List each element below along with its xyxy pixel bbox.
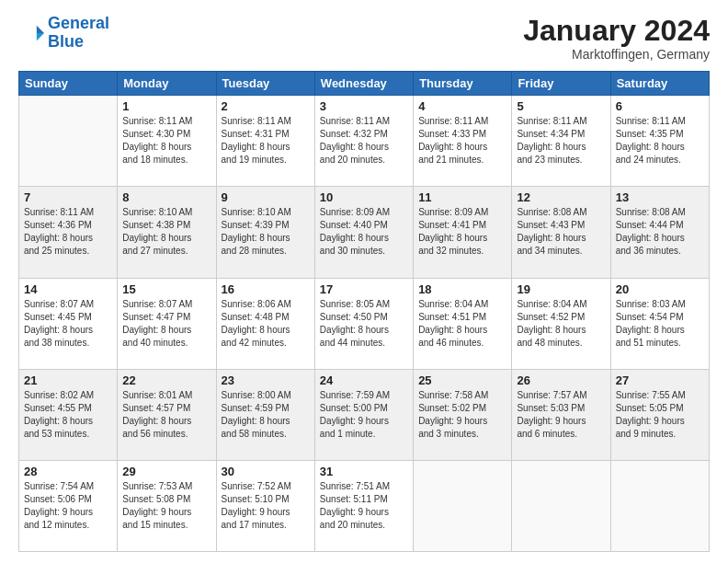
calendar-row-1: 1Sunrise: 8:11 AMSunset: 4:30 PMDaylight…: [19, 96, 710, 187]
day-info: Sunrise: 8:09 AMSunset: 4:40 PMDaylight:…: [320, 206, 408, 258]
day-info: Sunrise: 8:08 AMSunset: 4:43 PMDaylight:…: [517, 206, 605, 258]
day-info: Sunrise: 8:10 AMSunset: 4:39 PMDaylight:…: [222, 206, 310, 258]
day-info: Sunrise: 7:51 AMSunset: 5:11 PMDaylight:…: [320, 480, 408, 532]
calendar-cell: 11Sunrise: 8:09 AMSunset: 4:41 PMDayligh…: [414, 187, 512, 278]
day-number: 19: [517, 282, 605, 296]
calendar-row-2: 7Sunrise: 8:11 AMSunset: 4:36 PMDaylight…: [19, 187, 710, 278]
logo-text: General Blue: [48, 15, 109, 52]
calendar-cell: 17Sunrise: 8:05 AMSunset: 4:50 PMDayligh…: [314, 278, 413, 369]
weekday-header-sunday: Sunday: [19, 72, 118, 96]
day-info: Sunrise: 8:03 AMSunset: 4:54 PMDaylight:…: [616, 298, 704, 350]
calendar-cell: 1Sunrise: 8:11 AMSunset: 4:30 PMDaylight…: [118, 96, 216, 187]
day-info: Sunrise: 8:04 AMSunset: 4:51 PMDaylight:…: [418, 298, 506, 350]
calendar-cell: 21Sunrise: 8:02 AMSunset: 4:55 PMDayligh…: [19, 369, 118, 460]
day-number: 10: [320, 190, 408, 204]
calendar-cell: 10Sunrise: 8:09 AMSunset: 4:40 PMDayligh…: [314, 187, 413, 278]
day-number: 2: [222, 99, 310, 113]
svg-marker-0: [37, 25, 44, 32]
svg-marker-1: [37, 33, 44, 40]
day-number: 15: [122, 282, 210, 296]
day-info: Sunrise: 8:10 AMSunset: 4:38 PMDaylight:…: [122, 206, 210, 258]
calendar-cell: 30Sunrise: 7:52 AMSunset: 5:10 PMDayligh…: [216, 460, 314, 551]
day-info: Sunrise: 8:01 AMSunset: 4:57 PMDaylight:…: [122, 389, 210, 441]
day-info: Sunrise: 8:07 AMSunset: 4:47 PMDaylight:…: [122, 298, 210, 350]
calendar-cell: 24Sunrise: 7:59 AMSunset: 5:00 PMDayligh…: [314, 369, 413, 460]
day-number: 7: [24, 190, 112, 204]
calendar-cell: 8Sunrise: 8:10 AMSunset: 4:38 PMDaylight…: [118, 187, 216, 278]
calendar-row-4: 21Sunrise: 8:02 AMSunset: 4:55 PMDayligh…: [19, 369, 710, 460]
calendar-cell: 6Sunrise: 8:11 AMSunset: 4:35 PMDaylight…: [610, 96, 709, 187]
day-number: 25: [418, 373, 506, 387]
day-info: Sunrise: 7:58 AMSunset: 5:02 PMDaylight:…: [418, 389, 506, 441]
day-info: Sunrise: 7:57 AMSunset: 5:03 PMDaylight:…: [517, 389, 605, 441]
calendar-cell: [512, 460, 610, 551]
calendar-cell: 9Sunrise: 8:10 AMSunset: 4:39 PMDaylight…: [216, 187, 314, 278]
day-info: Sunrise: 8:06 AMSunset: 4:48 PMDaylight:…: [222, 298, 310, 350]
logo: General Blue: [18, 15, 109, 52]
day-number: 26: [517, 373, 605, 387]
weekday-header-monday: Monday: [118, 72, 216, 96]
logo-icon: [18, 20, 44, 46]
svg-rect-2: [18, 25, 37, 40]
logo-line1: General: [48, 14, 109, 32]
day-info: Sunrise: 7:53 AMSunset: 5:08 PMDaylight:…: [122, 480, 210, 532]
day-number: 6: [616, 99, 704, 113]
calendar-cell: 5Sunrise: 8:11 AMSunset: 4:34 PMDaylight…: [512, 96, 610, 187]
day-number: 31: [320, 465, 408, 478]
calendar-cell: 13Sunrise: 8:08 AMSunset: 4:44 PMDayligh…: [610, 187, 709, 278]
day-number: 17: [320, 282, 408, 296]
calendar-cell: 3Sunrise: 8:11 AMSunset: 4:32 PMDaylight…: [314, 96, 413, 187]
day-info: Sunrise: 8:09 AMSunset: 4:41 PMDaylight:…: [418, 206, 506, 258]
calendar-cell: 14Sunrise: 8:07 AMSunset: 4:45 PMDayligh…: [19, 278, 118, 369]
calendar-cell: 25Sunrise: 7:58 AMSunset: 5:02 PMDayligh…: [414, 369, 512, 460]
day-number: 12: [517, 190, 605, 204]
month-title: January 2024: [523, 15, 710, 47]
day-info: Sunrise: 8:02 AMSunset: 4:55 PMDaylight:…: [24, 389, 112, 441]
day-number: 23: [222, 373, 310, 387]
calendar-row-5: 28Sunrise: 7:54 AMSunset: 5:06 PMDayligh…: [19, 460, 710, 551]
day-number: 18: [418, 282, 506, 296]
day-info: Sunrise: 8:05 AMSunset: 4:50 PMDaylight:…: [320, 298, 408, 350]
calendar-cell: 23Sunrise: 8:00 AMSunset: 4:59 PMDayligh…: [216, 369, 314, 460]
day-info: Sunrise: 8:11 AMSunset: 4:34 PMDaylight:…: [517, 115, 605, 167]
weekday-header-thursday: Thursday: [414, 72, 512, 96]
day-info: Sunrise: 8:07 AMSunset: 4:45 PMDaylight:…: [24, 298, 112, 350]
location: Marktoffingen, Germany: [523, 47, 710, 62]
day-number: 8: [122, 190, 210, 204]
calendar-cell: 20Sunrise: 8:03 AMSunset: 4:54 PMDayligh…: [610, 278, 709, 369]
day-number: 20: [616, 282, 704, 296]
day-number: 11: [418, 190, 506, 204]
calendar-cell: 12Sunrise: 8:08 AMSunset: 4:43 PMDayligh…: [512, 187, 610, 278]
calendar-cell: [19, 96, 118, 187]
calendar-table: SundayMondayTuesdayWednesdayThursdayFrid…: [18, 71, 710, 552]
calendar-cell: 2Sunrise: 8:11 AMSunset: 4:31 PMDaylight…: [216, 96, 314, 187]
day-number: 4: [418, 99, 506, 113]
header-row: SundayMondayTuesdayWednesdayThursdayFrid…: [19, 72, 710, 96]
calendar-cell: 4Sunrise: 8:11 AMSunset: 4:33 PMDaylight…: [414, 96, 512, 187]
day-info: Sunrise: 8:11 AMSunset: 4:36 PMDaylight:…: [24, 206, 112, 258]
day-info: Sunrise: 8:08 AMSunset: 4:44 PMDaylight:…: [616, 206, 704, 258]
header: General Blue January 2024 Marktoffingen,…: [18, 15, 710, 62]
weekday-header-friday: Friday: [512, 72, 610, 96]
calendar-cell: 28Sunrise: 7:54 AMSunset: 5:06 PMDayligh…: [19, 460, 118, 551]
calendar-cell: 31Sunrise: 7:51 AMSunset: 5:11 PMDayligh…: [314, 460, 413, 551]
calendar-row-3: 14Sunrise: 8:07 AMSunset: 4:45 PMDayligh…: [19, 278, 710, 369]
calendar-cell: 16Sunrise: 8:06 AMSunset: 4:48 PMDayligh…: [216, 278, 314, 369]
calendar-cell: 15Sunrise: 8:07 AMSunset: 4:47 PMDayligh…: [118, 278, 216, 369]
day-number: 22: [122, 373, 210, 387]
day-number: 16: [222, 282, 310, 296]
day-number: 24: [320, 373, 408, 387]
day-info: Sunrise: 8:11 AMSunset: 4:30 PMDaylight:…: [122, 115, 210, 167]
calendar-cell: 18Sunrise: 8:04 AMSunset: 4:51 PMDayligh…: [414, 278, 512, 369]
calendar-cell: 26Sunrise: 7:57 AMSunset: 5:03 PMDayligh…: [512, 369, 610, 460]
day-number: 14: [24, 282, 112, 296]
logo-line2: Blue: [48, 33, 109, 52]
day-number: 28: [24, 465, 112, 478]
day-info: Sunrise: 8:00 AMSunset: 4:59 PMDaylight:…: [222, 389, 310, 441]
day-number: 21: [24, 373, 112, 387]
calendar-cell: [414, 460, 512, 551]
day-info: Sunrise: 7:59 AMSunset: 5:00 PMDaylight:…: [320, 389, 408, 441]
day-number: 1: [122, 99, 210, 113]
calendar-cell: 27Sunrise: 7:55 AMSunset: 5:05 PMDayligh…: [610, 369, 709, 460]
day-number: 27: [616, 373, 704, 387]
